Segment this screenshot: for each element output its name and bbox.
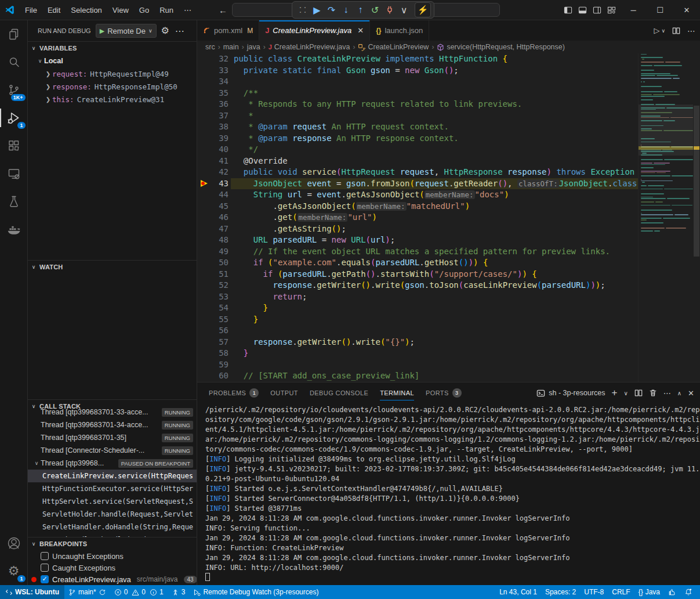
line-number[interactable]: 44 xyxy=(197,189,231,201)
breadcrumb-item[interactable]: main xyxy=(223,43,239,51)
run-and-debug-icon[interactable]: 1 xyxy=(0,104,28,132)
scrollbar-thumb[interactable] xyxy=(694,106,699,257)
thread-row[interactable]: Thread [qtp399683701-34-acce...RUNNING xyxy=(28,418,197,431)
breakpoint-row[interactable]: CreateLinkPreview.javasrc/main/java43 xyxy=(28,573,197,585)
code-editor[interactable]: 32public class CreateLinkPreview impleme… xyxy=(197,53,700,382)
ports-status[interactable]: 3 xyxy=(168,585,190,599)
remote-indicator[interactable]: WSL: Ubuntu xyxy=(0,585,64,599)
code-line[interactable]: 56 xyxy=(197,325,638,337)
line-number[interactable]: 38 xyxy=(197,121,231,133)
thread-row[interactable]: ∨Thread [qtp39968...PAUSED ON BREAKPOINT xyxy=(28,457,197,470)
line-number[interactable]: 58 xyxy=(197,348,231,359)
line-number[interactable]: 48 xyxy=(197,234,231,246)
extensions-icon[interactable] xyxy=(0,132,28,160)
line-number[interactable]: 56 xyxy=(197,325,231,337)
code-line[interactable]: 34 xyxy=(197,76,638,88)
run-file-button[interactable]: ▷ xyxy=(654,26,659,35)
docker-icon[interactable] xyxy=(0,215,28,243)
code-line[interactable]: 37 * xyxy=(197,110,638,122)
variable-row[interactable]: ❯this:CreateLinkPreview@31 xyxy=(28,93,197,106)
stack-frame-row[interactable]: ServletHandler.doHandle(String,Reque xyxy=(28,521,197,533)
indentation-status[interactable]: Spaces: 2 xyxy=(541,585,580,599)
breakpoint-checkbox[interactable] xyxy=(41,552,49,560)
more-actions-button[interactable]: ⋯ xyxy=(663,389,671,398)
encoding-status[interactable]: UTF-8 xyxy=(580,585,608,599)
menu-view[interactable]: View xyxy=(107,3,134,17)
minimap[interactable] xyxy=(638,53,693,382)
start-debug-icon[interactable]: ▶ xyxy=(100,27,104,35)
code-line[interactable]: 35 /** xyxy=(197,88,638,99)
panel-tab-problems[interactable]: PROBLEMS1 xyxy=(203,383,264,403)
run-dropdown-icon[interactable]: ∨ xyxy=(661,28,665,34)
line-number[interactable]: 53 xyxy=(197,291,231,303)
line-number[interactable]: 54 xyxy=(197,302,231,314)
line-number[interactable]: 49 xyxy=(197,246,231,258)
testing-icon[interactable] xyxy=(0,187,28,215)
breakpoint-row[interactable]: Uncaught Exceptions xyxy=(28,550,197,562)
split-editor-icon[interactable] xyxy=(672,27,680,35)
code-line[interactable]: 60 // [START add_ons_case_preview_link] xyxy=(197,370,638,382)
line-number[interactable]: 57 xyxy=(197,337,231,348)
toggle-secondary-sidebar-icon[interactable] xyxy=(593,6,601,15)
panel-tab-output[interactable]: OUTPUT xyxy=(264,383,304,403)
line-number[interactable]: 33 xyxy=(197,65,231,77)
stack-frame-row[interactable]: ServletHolder.handle(Request,Servlet xyxy=(28,508,197,521)
cursor-position[interactable]: Ln 43, Col 1 xyxy=(495,585,541,599)
variable-row[interactable]: ❯response:HttpResponseImpl@50 xyxy=(28,80,197,93)
step-out-button[interactable]: ↑ xyxy=(353,3,368,17)
terminal-output[interactable]: /pierrick/.m2/repository/io/cloudevents/… xyxy=(197,403,700,585)
code-line[interactable]: 53 return; xyxy=(197,291,638,303)
panel-tab-ports[interactable]: PORTS3 xyxy=(420,383,467,403)
kill-terminal-button[interactable] xyxy=(649,389,657,397)
thread-row[interactable]: Thread [Connector-Scheduler-...RUNNING xyxy=(28,444,197,457)
menu-go[interactable]: Go xyxy=(134,3,154,17)
close-tab-icon[interactable]: ✕ xyxy=(357,26,364,35)
line-number[interactable]: 46 xyxy=(197,212,231,223)
settings-gear-icon[interactable]: ⚙1 xyxy=(0,557,28,585)
breakpoint-checkbox[interactable] xyxy=(41,564,49,572)
breadcrumb-item[interactable]: java xyxy=(247,43,260,51)
code-line[interactable]: 42 public void service(HttpRequest reque… xyxy=(197,167,638,178)
source-control-icon[interactable]: 1K+ xyxy=(0,76,28,104)
code-line[interactable]: 38 * @param request An HTTP request cont… xyxy=(197,121,638,133)
breadcrumb-item[interactable]: service(HttpRequest, HttpResponse) xyxy=(437,43,565,51)
line-number[interactable]: 41 xyxy=(197,156,231,167)
minimize-button[interactable]: ─ xyxy=(620,0,647,20)
more-editor-actions-icon[interactable]: ⋯ xyxy=(687,26,695,35)
code-line[interactable]: 51 if (parsedURL.getPath().startsWith("/… xyxy=(197,269,638,280)
drag-grip-icon[interactable]: ⸬ xyxy=(295,3,310,17)
close-panel-button[interactable]: ✕ xyxy=(688,389,694,398)
variables-section-header[interactable]: ∨VARIABLES xyxy=(28,42,197,55)
code-line[interactable]: 46 .get(memberName:"url") xyxy=(197,212,638,223)
explorer-icon[interactable] xyxy=(0,20,28,48)
close-button[interactable]: ✕ xyxy=(673,0,700,20)
accounts-icon[interactable] xyxy=(0,529,28,557)
code-line[interactable]: 33 private static final Gson gson = new … xyxy=(197,65,638,77)
new-terminal-button[interactable]: + xyxy=(612,387,618,399)
stack-frame-row[interactable]: CreateLinkPreview.service(HttpReques xyxy=(28,470,197,482)
breadcrumb-item[interactable]: CreateLinkPreview xyxy=(358,43,429,51)
language-status[interactable]: {}Java xyxy=(634,585,664,599)
step-into-button[interactable]: ↓ xyxy=(339,3,353,17)
code-line[interactable]: 43 JsonObject event = gson.fromJson(requ… xyxy=(197,178,638,190)
code-line[interactable]: 49 // If the event object URL matches a … xyxy=(197,246,638,258)
code-line[interactable]: 45 .getAsJsonObject(memberName:"matchedU… xyxy=(197,201,638,212)
debug-session-status[interactable]: Remote Debug Watch (3p-resources) xyxy=(189,585,322,599)
eol-status[interactable]: CRLF xyxy=(608,585,634,599)
line-number[interactable]: 50 xyxy=(197,257,231,269)
thread-row[interactable]: Thread [qtp399683701-35]RUNNING xyxy=(28,431,197,444)
code-line[interactable]: 59 xyxy=(197,359,638,371)
menu-selection[interactable]: Selection xyxy=(66,3,107,17)
menu-[interactable]: ⋯ xyxy=(179,3,197,17)
line-number[interactable]: 39 xyxy=(197,133,231,145)
launch-config-dropdown[interactable]: ▶Remote De∨ xyxy=(96,24,157,38)
menu-run[interactable]: Run xyxy=(154,3,179,17)
thread-row[interactable]: Thread [qtp399683701-33-acce...RUNNING xyxy=(28,406,197,418)
code-line[interactable]: 50 if ("example.com".equals(parsedURL.ge… xyxy=(197,257,638,269)
menu-file[interactable]: File xyxy=(20,3,42,17)
remote-explorer-icon[interactable] xyxy=(0,160,28,187)
disconnect-button[interactable] xyxy=(382,3,397,17)
breakpoint-checkbox[interactable] xyxy=(41,575,49,583)
stack-frame-row[interactable]: HttpFunctionExecutor.service(HttpSer xyxy=(28,482,197,495)
toggle-sidebar-icon[interactable] xyxy=(564,6,572,15)
